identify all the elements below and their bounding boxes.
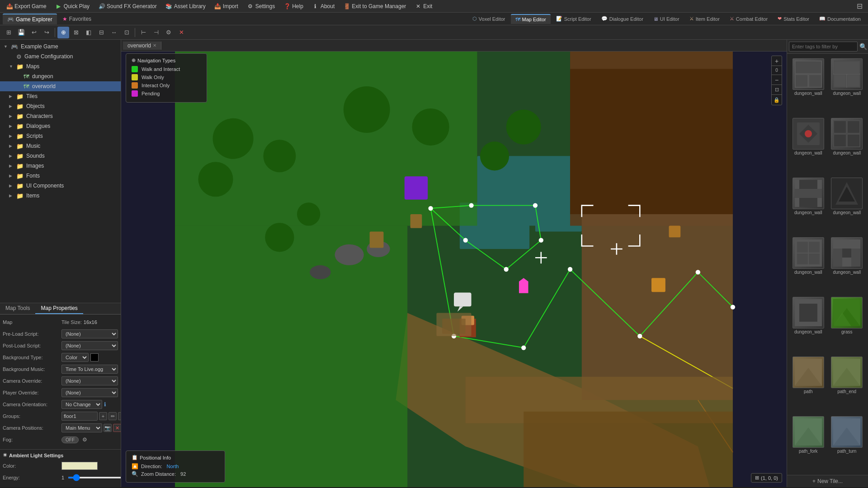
zoom-lock-button[interactable]: 🔒 — [772, 95, 782, 105]
bg-type-select[interactable]: Color — [61, 353, 89, 362]
ambient-color-swatch[interactable] — [61, 462, 98, 470]
player-override-select[interactable]: (None) — [61, 388, 118, 397]
tree-dialogues[interactable]: ▶ 📁 Dialogues — [0, 121, 121, 131]
new-tile-button[interactable]: + New Tile... — [787, 475, 868, 487]
tree-objects[interactable]: ▶ 📁 Objects — [0, 101, 121, 111]
groups-input[interactable] — [61, 412, 98, 421]
groups-copy-btn[interactable]: ⎘ — [118, 412, 121, 420]
groups-edit-btn[interactable]: ✏ — [108, 412, 117, 420]
bg-music-select[interactable]: Time To Live.ogg — [61, 365, 118, 374]
editor-tab-map[interactable]: 🗺 Map Editor — [511, 14, 551, 24]
tile-item-dungeon-wall-6[interactable]: dungeon_wall — [829, 176, 866, 234]
menu-asset-library[interactable]: 📚 Asset Library — [162, 2, 209, 10]
tool-save[interactable]: 💾 — [15, 27, 27, 38]
tool-select2[interactable]: ⊟ — [95, 27, 107, 38]
tree-fonts[interactable]: ▶ 📁 Fonts — [0, 171, 121, 181]
tile-item-dungeon-wall-7[interactable]: dungeon_wall — [790, 235, 827, 293]
fog-settings-icon[interactable]: ⚙ — [82, 436, 87, 443]
energy-slider[interactable] — [68, 477, 121, 479]
tile-item-dungeon-wall-1[interactable]: dungeon_wall — [790, 56, 827, 114]
editor-tab-script[interactable]: 📝 Script Editor — [552, 14, 596, 23]
tile-item-path-turn[interactable]: path_turn — [829, 414, 866, 472]
tool-erase[interactable]: ⊠ — [70, 27, 82, 38]
zoom-reset-button[interactable]: ⊡ — [772, 85, 782, 95]
tool-move[interactable]: ↔ — [108, 27, 120, 38]
post-load-select[interactable]: (None) — [61, 341, 118, 350]
tool-close[interactable]: ✕ — [175, 27, 187, 38]
tile-search-input[interactable] — [789, 42, 858, 52]
tree-images[interactable]: ▶ 📁 Images — [0, 161, 121, 171]
menu-exit[interactable]: ✕ Exit — [411, 2, 436, 10]
tree-map-dungeon[interactable]: 🗺 dungeon — [0, 71, 121, 81]
editor-tab-voxel[interactable]: ⬡ Voxel Editor — [468, 14, 510, 23]
editor-tab-docs[interactable]: 📖 Documentation — [815, 14, 865, 23]
fog-toggle[interactable]: OFF — [61, 436, 79, 443]
menu-quick-play[interactable]: ▶ Quick Play — [52, 2, 93, 10]
svg-rect-57 — [524, 412, 733, 487]
tree-characters[interactable]: ▶ 📁 Characters — [0, 111, 121, 121]
tool-fill[interactable]: ◧ — [83, 27, 94, 38]
editor-tab-combat[interactable]: ⚔ Combat Editor — [725, 14, 772, 23]
tree-sounds[interactable]: ▶ 📁 Sounds — [0, 151, 121, 161]
tool-undo[interactable]: ↩ — [28, 27, 40, 38]
map-background[interactable] — [121, 52, 787, 487]
tree-items[interactable]: ▶ 📁 Items — [0, 191, 121, 201]
map-tab-close[interactable]: ✕ — [153, 43, 156, 48]
tool-redo[interactable]: ↪ — [41, 27, 52, 38]
pre-load-select[interactable]: (None) — [61, 329, 118, 338]
tree-tiles[interactable]: ▶ 📁 Tiles — [0, 91, 121, 101]
menu-sound-fx[interactable]: 🔊 Sound FX Generator — [95, 2, 160, 10]
tile-item-dungeon-wall-3[interactable]: dungeon_wall — [790, 116, 827, 174]
groups-add-btn[interactable]: + — [99, 412, 107, 420]
tile-item-path-end[interactable]: path_end — [829, 355, 866, 413]
tool-layers[interactable]: ⊢ — [137, 27, 149, 38]
bg-color-swatch[interactable] — [90, 353, 99, 361]
tree-example-game[interactable]: ▼ 🎮 Example Game — [0, 42, 121, 52]
tool-grid[interactable]: ⊣ — [150, 27, 162, 38]
tile-item-dungeon-wall-9[interactable]: dungeon_wall — [790, 295, 827, 353]
tab-map-tools[interactable]: Map Tools — [0, 303, 35, 314]
cam-positions-add-btn[interactable]: 📷 — [104, 424, 112, 432]
menu-exit-manager[interactable]: 🚪 Exit to Game Manager — [340, 2, 410, 10]
tree-map-overworld[interactable]: 🗺 overworld — [0, 81, 121, 91]
editor-tab-dialogue[interactable]: 💬 Dialogue Editor — [597, 14, 648, 23]
tree-scripts[interactable]: ▶ 📁 Scripts — [0, 131, 121, 141]
menu-about[interactable]: ℹ About — [309, 2, 338, 10]
editor-tab-ui[interactable]: 🖥 UI Editor — [649, 14, 684, 23]
tile-item-dungeon-wall-4[interactable]: dungeon_wall — [829, 116, 866, 174]
tree-music[interactable]: ▶ 📁 Music — [0, 141, 121, 151]
window-controls[interactable]: ⊟ — [854, 0, 865, 12]
camera-override-select[interactable]: (None) — [61, 376, 118, 385]
tile-item-path[interactable]: path — [790, 355, 827, 413]
tile-item-dungeon-wall-2[interactable]: dungeon_wall — [829, 56, 866, 114]
editor-tab-item[interactable]: ⚔ Item Editor — [685, 14, 724, 23]
zoom-in-button[interactable]: + — [772, 56, 782, 66]
cam-positions-select[interactable]: Main Menu — [61, 423, 102, 432]
tree-maps-folder[interactable]: ▼ 📁 Maps — [0, 61, 121, 71]
ui-components-folder-icon: 📁 — [16, 183, 24, 189]
tab-game-explorer[interactable]: 🎮 Game Explorer — [3, 14, 57, 24]
tool-select[interactable]: ⊞ — [3, 27, 14, 38]
tile-item-dungeon-wall-5[interactable]: dungeon_wall — [790, 176, 827, 234]
tree-ui-components[interactable]: ▶ 📁 UI Components — [0, 181, 121, 191]
tool-settings2[interactable]: ⚙ — [163, 27, 175, 38]
camera-orient-select[interactable]: No Change — [61, 400, 102, 409]
menu-help[interactable]: ❓ Help — [280, 2, 307, 10]
tile-item-path-fork[interactable]: path_fork — [790, 414, 827, 472]
tool-9[interactable]: ⊡ — [121, 27, 132, 38]
tab-map-properties[interactable]: Map Properties — [35, 303, 83, 314]
cam-positions-delete-btn[interactable]: ✕ — [113, 424, 121, 432]
tile-item-grass[interactable]: grass — [829, 295, 866, 353]
svg-rect-94 — [842, 258, 851, 267]
map-tab-overworld[interactable]: overworld ✕ — [123, 42, 161, 50]
menu-settings[interactable]: ⚙ Settings — [244, 2, 278, 10]
tree-game-config[interactable]: ⚙ Game Configuration — [0, 52, 121, 61]
camera-orient-info-icon[interactable]: ℹ — [104, 401, 106, 408]
tab-favorites[interactable]: ★ Favorites — [58, 14, 96, 24]
menu-import[interactable]: 📥 Import — [211, 2, 242, 10]
tool-draw[interactable]: ⊕ — [57, 27, 69, 38]
zoom-out-button[interactable]: − — [772, 75, 782, 85]
tile-item-dungeon-wall-8[interactable]: dungeon_wall — [829, 235, 866, 293]
editor-tab-stats[interactable]: ❤ Stats Editor — [773, 14, 814, 23]
menu-export-game[interactable]: 📤 Export Game — [3, 2, 50, 10]
